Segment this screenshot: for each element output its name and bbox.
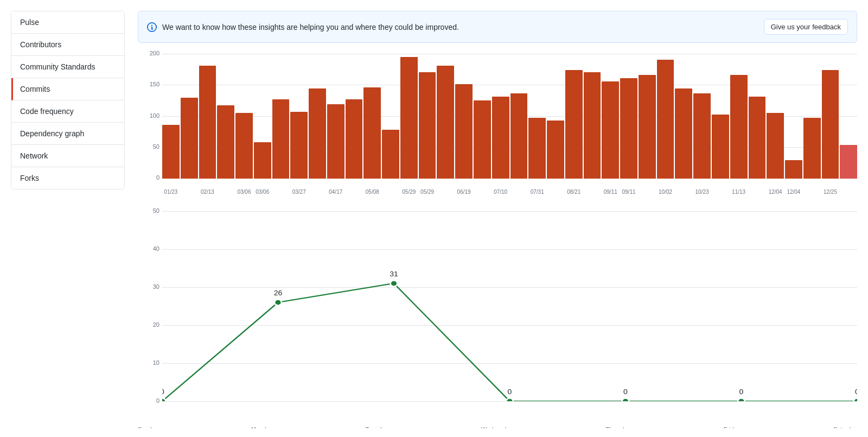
bar-y-label: 200 (141, 50, 159, 56)
bar[interactable] (419, 72, 436, 179)
bar-x-label: 10/02 (657, 189, 674, 195)
bar[interactable] (309, 88, 326, 179)
line-y-label: 50 (141, 207, 159, 214)
line-y-label: 20 (141, 321, 159, 328)
bar[interactable] (840, 145, 857, 179)
line-x-label: Thursday (605, 426, 630, 428)
bar[interactable] (437, 66, 454, 179)
line-y-label: 30 (141, 283, 159, 290)
bar-wrap (693, 54, 711, 179)
bar-wrap (565, 54, 583, 179)
bar[interactable] (657, 60, 674, 179)
bar-wrap (290, 54, 308, 179)
bar-wrap (363, 54, 381, 179)
bar-x-label: 04/17 (327, 189, 344, 195)
bar[interactable] (767, 113, 784, 179)
sidebar-item-forks[interactable]: Forks (11, 167, 124, 189)
bar-x-label: 03/06 (254, 189, 271, 195)
bar-x-label: 06/19 (455, 189, 473, 195)
bar-wrap (639, 54, 656, 179)
bar[interactable] (327, 104, 344, 179)
bar[interactable] (382, 130, 399, 179)
bar[interactable] (547, 121, 564, 179)
bar-x-label: 01/23 (162, 189, 180, 195)
bar-chart-section: 200150100500 01/2302/1303/0603/0603/2704… (138, 54, 857, 195)
bar[interactable] (254, 142, 271, 179)
bar-chart: 200150100500 01/2302/1303/0603/0603/2704… (138, 54, 857, 195)
line-x-label: Monday (251, 426, 272, 428)
bar[interactable] (565, 70, 583, 179)
bar[interactable] (510, 93, 528, 179)
bar-wrap (840, 54, 857, 179)
bar[interactable] (693, 93, 711, 179)
bar-x-label: 12/04 (767, 189, 784, 195)
bar-wrap (785, 54, 802, 179)
bar-wrap (528, 54, 546, 179)
line-x-label: Saturday (833, 426, 857, 428)
bar[interactable] (235, 113, 253, 179)
info-icon (147, 22, 157, 32)
line-chart-section: 50403020100026310000 SundayMondayTuesday… (138, 206, 857, 417)
bar-wrap (199, 54, 216, 179)
bar-x-label: 12/04 (785, 189, 802, 195)
bar[interactable] (602, 81, 619, 179)
bar[interactable] (181, 98, 198, 179)
bar[interactable] (346, 99, 363, 179)
bar-x-label: 12/25 (822, 189, 839, 195)
bar-wrap (309, 54, 326, 179)
bar-y-label: 50 (141, 143, 159, 150)
sidebar-item-network[interactable]: Network (11, 145, 124, 167)
bar-wrap (162, 54, 180, 179)
bar-wrap (584, 54, 601, 179)
sidebar-item-code-frequency[interactable]: Code frequency (11, 100, 124, 123)
line-point-label: 26 (274, 289, 283, 297)
bar[interactable] (712, 115, 729, 179)
bar-wrap (712, 54, 729, 179)
bar[interactable] (528, 118, 546, 179)
feedback-button[interactable]: Give us your feedback (764, 19, 848, 35)
bar[interactable] (822, 70, 839, 179)
bar[interactable] (675, 88, 692, 179)
bar[interactable] (785, 160, 802, 179)
line-svg: 026310000 (162, 211, 857, 401)
bar-x-label: 07/31 (528, 189, 546, 195)
bar[interactable] (620, 78, 637, 179)
bar[interactable] (474, 100, 491, 179)
bar-wrap (822, 54, 839, 179)
bar[interactable] (290, 112, 308, 179)
bar-wrap (474, 54, 491, 179)
line-x-label: Tuesday (366, 426, 388, 428)
line-chart: 50403020100026310000 SundayMondayTuesday… (138, 211, 857, 417)
line-point-label: 0 (855, 388, 857, 396)
bar[interactable] (584, 72, 601, 179)
bar[interactable] (199, 66, 216, 179)
bar[interactable] (363, 87, 381, 179)
bar[interactable] (455, 84, 473, 179)
bar-wrap (675, 54, 692, 179)
bar[interactable] (730, 75, 748, 179)
sidebar-item-commits[interactable]: Commits (11, 78, 124, 100)
line-path (162, 283, 857, 401)
line-point-label: 31 (390, 270, 398, 278)
bar[interactable] (749, 97, 766, 179)
feedback-banner-left: We want to know how these insights are h… (147, 22, 459, 32)
bar-x-label: 03/27 (290, 189, 308, 195)
bar-wrap (254, 54, 271, 179)
bar[interactable] (217, 105, 234, 179)
bar[interactable] (803, 118, 821, 179)
sidebar-item-community-standards[interactable]: Community Standards (11, 56, 124, 78)
sidebar-item-pulse[interactable]: Pulse (11, 11, 124, 34)
bar-wrap (235, 54, 253, 179)
bar[interactable] (492, 97, 509, 179)
sidebar-item-contributors[interactable]: Contributors (11, 34, 124, 56)
line-y-label: 40 (141, 245, 159, 252)
line-point-label: 0 (623, 388, 628, 396)
bar-x-label: 05/08 (363, 189, 381, 195)
bar[interactable] (162, 125, 180, 179)
bar-wrap (181, 54, 198, 179)
line-point (738, 398, 745, 401)
sidebar-item-dependency-graph[interactable]: Dependency graph (11, 123, 124, 145)
bar[interactable] (272, 99, 290, 179)
bar[interactable] (400, 57, 418, 179)
bar[interactable] (639, 75, 656, 179)
